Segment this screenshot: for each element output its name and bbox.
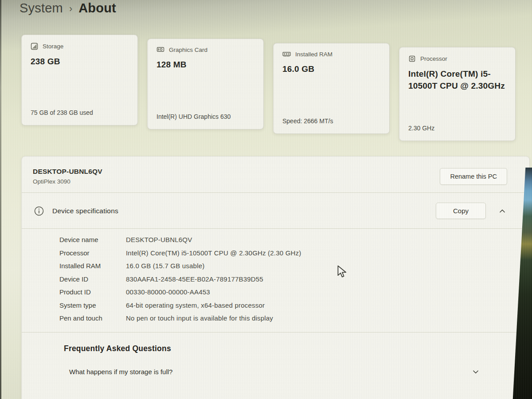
spec-label: Product ID — [59, 288, 126, 296]
breadcrumb: System › About — [20, 1, 116, 16]
spec-label: Installed RAM — [59, 262, 126, 270]
spec-value: Intel(R) Core(TM) i5-10500T CPU @ 2.30GH… — [126, 249, 301, 257]
ram-icon — [282, 51, 291, 57]
device-specifications-list: Device name DESKTOP-UBNL6QV Processor In… — [22, 229, 529, 332]
spec-value: 00330-80000-00000-AA453 — [126, 288, 210, 296]
info-icon — [34, 206, 44, 216]
chevron-down-icon[interactable] — [472, 368, 480, 376]
installed-ram-caption: Speed: 2666 MT/s — [282, 117, 381, 125]
graphics-card-value: 128 MB — [156, 59, 255, 71]
processor-card-value: Intel(R) Core(TM) i5-10500T CPU @ 2.30GH… — [408, 68, 507, 92]
storage-card: Storage 238 GB 75 GB of 238 GB used — [21, 35, 138, 125]
processor-card-caption: 2.30 GHz — [408, 125, 507, 132]
copy-button[interactable]: Copy — [436, 203, 486, 219]
device-model-subtitle: OptiPlex 3090 — [33, 178, 102, 185]
installed-ram-card: Installed RAM 16.0 GB Speed: 2666 MT/s — [273, 43, 390, 134]
spec-row-processor: Processor Intel(R) Core(TM) i5-10500T CP… — [59, 249, 520, 257]
graphics-card-header: Graphics Card — [156, 47, 255, 53]
spec-label: Device ID — [59, 275, 126, 283]
storage-card-value: 238 GB — [31, 56, 129, 68]
processor-card-label: Processor — [420, 55, 447, 62]
device-specifications-header[interactable]: Device specifications Copy — [22, 193, 529, 228]
graphics-card-card: Graphics Card 128 MB Intel(R) UHD Graphi… — [147, 39, 264, 129]
spec-value: 64-bit operating system, x64-based proce… — [126, 301, 265, 309]
faq-question-text: What happens if my storage is full? — [69, 368, 172, 376]
graphics-card-icon — [156, 47, 164, 53]
device-name-heading: DESKTOP-UBNL6QV — [33, 168, 102, 176]
spec-row-installed-ram: Installed RAM 16.0 GB (15.7 GB usable) — [59, 262, 520, 270]
installed-ram-label: Installed RAM — [295, 51, 332, 58]
graphics-card-caption: Intel(R) UHD Graphics 630 — [156, 113, 255, 120]
spec-label: Device name — [59, 236, 126, 243]
device-name-row: DESKTOP-UBNL6QV OptiPlex 3090 Rename thi… — [22, 156, 529, 192]
faq-question-row[interactable]: What happens if my storage is full? — [64, 368, 529, 376]
rename-pc-button[interactable]: Rename this PC — [440, 168, 507, 185]
graphics-card-label: Graphics Card — [169, 47, 207, 53]
spec-row-system-type: System type 64-bit operating system, x64… — [59, 301, 520, 309]
device-name-block: DESKTOP-UBNL6QV OptiPlex 3090 — [33, 168, 102, 185]
storage-icon — [31, 43, 38, 50]
storage-card-caption: 75 GB of 238 GB used — [31, 109, 129, 116]
storage-card-header: Storage — [31, 43, 129, 50]
spec-label: Processor — [59, 249, 126, 257]
installed-ram-header: Installed RAM — [282, 51, 381, 58]
faq-section: Frequently Asked Questions What happens … — [22, 332, 529, 376]
spec-value: DESKTOP-UBNL6QV — [126, 236, 192, 243]
chevron-up-icon[interactable] — [498, 207, 506, 215]
spec-label: Pen and touch — [59, 314, 126, 322]
spec-value: 16.0 GB (15.7 GB usable) — [126, 262, 204, 270]
spec-value: No pen or touch input is available for t… — [126, 314, 273, 322]
faq-title: Frequently Asked Questions — [64, 344, 529, 353]
breadcrumb-separator-icon: › — [69, 2, 72, 15]
processor-card: Processor Intel(R) Core(TM) i5-10500T CP… — [399, 47, 516, 141]
page-title: About — [78, 1, 116, 16]
spec-row-pen-and-touch: Pen and touch No pen or touch input is a… — [59, 314, 520, 322]
screen-left-bezel — [0, 0, 1, 399]
spec-row-device-id: Device ID 830AAFA1-2458-45EE-B02A-789177… — [59, 275, 520, 283]
spec-row-device-name: Device name DESKTOP-UBNL6QV — [59, 236, 520, 243]
summary-cards: Storage 238 GB 75 GB of 238 GB used Grap… — [21, 35, 516, 141]
spec-label: System type — [59, 301, 126, 309]
storage-card-label: Storage — [43, 43, 63, 50]
device-specifications-title: Device specifications — [52, 207, 118, 215]
processor-card-header: Processor — [408, 55, 507, 63]
processor-icon — [408, 55, 416, 63]
about-panel: DESKTOP-UBNL6QV OptiPlex 3090 Rename thi… — [21, 156, 530, 399]
spec-value: 830AAFA1-2458-45EE-B02A-789177B39D55 — [126, 275, 263, 283]
breadcrumb-system[interactable]: System — [20, 1, 63, 16]
installed-ram-value: 16.0 GB — [282, 63, 381, 75]
spec-row-product-id: Product ID 00330-80000-00000-AA453 — [59, 288, 520, 296]
